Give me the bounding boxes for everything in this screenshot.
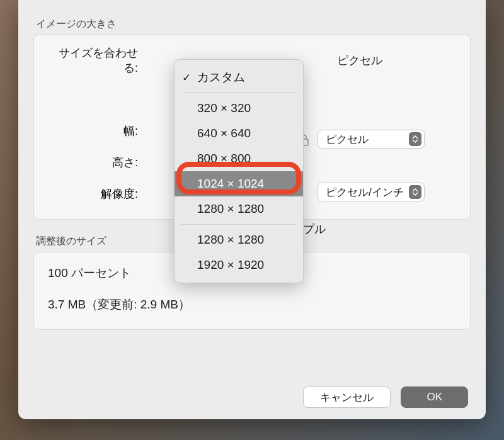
menu-item-1280a[interactable]: 1280 × 1280: [175, 196, 303, 222]
menu-separator: [181, 224, 297, 225]
fit-unit-label: ピクセル: [337, 53, 382, 68]
filesize-line: 3.7 MB（変更前: 2.9 MB）: [48, 296, 456, 313]
resample-partial-label: プル: [303, 222, 326, 237]
width-unit-value: ピクセル: [326, 132, 369, 147]
menu-item-1920[interactable]: 1920 × 1920: [175, 252, 303, 278]
menu-item-1280b[interactable]: 1280 × 1280: [175, 227, 303, 252]
resize-dialog: イメージの大きさ サイズを合わせる: ピクセル 幅: 高さ: 解像度: ピクセル: [18, 0, 486, 419]
dialog-buttons: キャンセル OK: [33, 386, 471, 408]
fit-label: サイズを合わせる:: [47, 45, 144, 76]
resolution-unit-select[interactable]: ピクセル/インチ: [318, 183, 425, 201]
resolution-unit-value: ピクセル/インチ: [326, 185, 404, 200]
width-label: 幅:: [47, 123, 144, 138]
resolution-label: 解像度:: [47, 186, 144, 201]
image-size-section-label: イメージの大きさ: [36, 18, 471, 31]
menu-item-320[interactable]: 320 × 320: [175, 96, 303, 121]
menu-item-custom[interactable]: カスタム: [175, 65, 303, 90]
chevron-updown-icon: [409, 185, 421, 199]
menu-separator: [181, 93, 297, 93]
menu-item-640[interactable]: 640 × 640: [175, 121, 303, 146]
chevron-updown-icon: [409, 132, 421, 146]
ok-button[interactable]: OK: [401, 386, 468, 408]
height-label: 高さ:: [47, 155, 144, 170]
menu-item-1024[interactable]: 1024 × 1024: [175, 171, 303, 196]
preset-size-menu: カスタム 320 × 320 640 × 640 800 × 800 1024 …: [174, 59, 304, 283]
width-unit-select[interactable]: ピクセル: [318, 130, 425, 149]
menu-item-800[interactable]: 800 × 800: [175, 146, 303, 171]
cancel-button[interactable]: キャンセル: [303, 386, 391, 408]
